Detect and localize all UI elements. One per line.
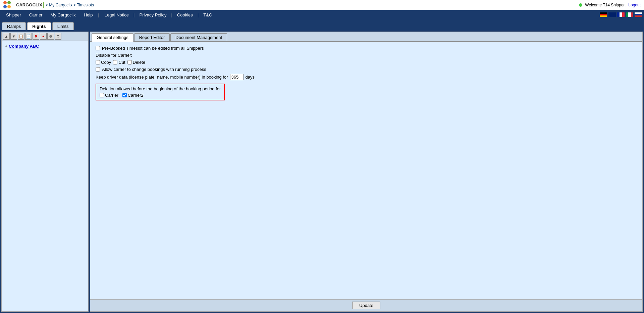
toolbar-paste[interactable]: 📄 [25, 33, 32, 40]
right-panel: General settings Report Editor Document … [90, 32, 643, 312]
nav-help[interactable]: Help [80, 11, 97, 19]
content-tabs: General settings Report Editor Document … [90, 32, 642, 42]
keep-driver-row: Keep driver data (license plate, name, m… [96, 74, 637, 80]
tree-area: + Company ABC [2, 41, 88, 311]
top-bar-left: CARGOCLIX > My Cargoclix > Timeslots [3, 1, 94, 9]
copy-cut-delete-row: Copy Cut Delete [96, 60, 637, 65]
logo-text: CARGOCLIX [15, 2, 44, 8]
delete-checkbox[interactable] [127, 60, 132, 64]
carrier-checkbox[interactable] [100, 93, 104, 97]
nav-cookies[interactable]: Cookies [173, 11, 197, 19]
delete-label: Delete [133, 60, 146, 65]
nav-mycargoclix[interactable]: My Cargoclix [47, 11, 80, 19]
deletion-title: Deletion allowed before the beginning of… [100, 86, 221, 91]
logout-link[interactable]: Logout [628, 3, 641, 7]
nav-div1: | [98, 12, 99, 17]
welcome-text: Welcome T14 Shipper. [585, 3, 626, 7]
toolbar-copy[interactable]: 📋 [18, 33, 24, 40]
prebooked-checkbox[interactable] [96, 46, 100, 50]
top-bar: CARGOCLIX > My Cargoclix > Timeslots Wel… [0, 0, 644, 10]
allow-carrier-row: Allow carrier to change bookings with ru… [96, 67, 637, 72]
tab-general-settings[interactable]: General settings [92, 33, 133, 42]
footer: Update [90, 299, 642, 311]
tree-item-company[interactable]: + Company ABC [4, 43, 86, 49]
cut-checkbox[interactable] [113, 60, 117, 64]
status-indicator [579, 3, 582, 7]
flag-russian[interactable] [635, 12, 642, 17]
toolbar-move-down[interactable]: ▼ [10, 33, 17, 40]
nav-tandc[interactable]: T&C [199, 11, 216, 19]
toolbar: ▲ ▼ 📋 📄 ✖ ● ⚙ ⚙ [2, 32, 88, 41]
toolbar-move-up[interactable]: ▲ [3, 33, 10, 40]
cut-label-wrap: Cut [113, 60, 125, 65]
flag-italian[interactable] [626, 12, 633, 17]
nav-privacy[interactable]: Privacy Policy [135, 11, 170, 19]
main-content: ▲ ▼ 📋 📄 ✖ ● ⚙ ⚙ + Company ABC General se… [0, 30, 644, 313]
language-flags [600, 12, 642, 17]
copy-checkbox[interactable] [96, 60, 100, 64]
carrier2-checkbox[interactable] [122, 93, 127, 97]
deletion-box: Deletion allowed before the beginning of… [96, 84, 225, 100]
carrier2-label-wrap: Carrier2 [122, 93, 144, 98]
nav-div2: | [133, 12, 135, 17]
carrier2-label: Carrier2 [128, 93, 144, 98]
subtab-limits[interactable]: Limits [52, 22, 74, 30]
nav-bar: Shipper Carrier My Cargoclix Help | Lega… [0, 10, 644, 19]
logo-icon [3, 1, 13, 9]
disable-carrier-label: Disable for Carrier: [96, 53, 132, 58]
prebooked-row: Pre-Booked Timeslot can be edited from a… [96, 46, 637, 51]
breadcrumb: > My Cargoclix > Timeslots [46, 3, 94, 7]
toolbar-settings2[interactable]: ⚙ [55, 33, 61, 40]
flag-german[interactable] [600, 12, 607, 17]
keep-driver-label: Keep driver data (license plate, name, m… [96, 75, 228, 80]
toolbar-delete[interactable]: ✖ [33, 33, 39, 40]
delete-label-wrap: Delete [127, 60, 146, 65]
flag-english[interactable] [608, 12, 616, 17]
toolbar-flag[interactable]: ● [40, 33, 47, 40]
carrier-label: Carrier [105, 93, 118, 98]
nav-div3: | [171, 12, 172, 17]
tab-report-editor[interactable]: Report Editor [134, 33, 170, 41]
sub-tabs: Ramps Rights Limits [0, 19, 644, 30]
logo: CARGOCLIX [3, 1, 44, 9]
allow-carrier-checkbox[interactable] [96, 67, 100, 72]
carrier-label-wrap: Carrier [100, 93, 118, 98]
nav-carrier[interactable]: Carrier [25, 11, 47, 19]
toolbar-settings1[interactable]: ⚙ [47, 33, 54, 40]
tab-document-management[interactable]: Document Management [170, 33, 227, 41]
cut-label: Cut [118, 60, 125, 65]
subtab-ramps[interactable]: Ramps [2, 22, 26, 30]
update-button[interactable]: Update [352, 302, 380, 309]
settings-content: Pre-Booked Timeslot can be edited from a… [90, 42, 642, 299]
copy-label-wrap: Copy [96, 60, 111, 65]
nav-shipper[interactable]: Shipper [2, 11, 25, 19]
flag-french[interactable] [617, 12, 625, 17]
subtab-rights[interactable]: Rights [27, 22, 51, 30]
left-panel: ▲ ▼ 📋 📄 ✖ ● ⚙ ⚙ + Company ABC [1, 32, 89, 312]
disable-carrier-row: Disable for Carrier: [96, 53, 637, 58]
nav-legal[interactable]: Legal Notice [101, 11, 133, 19]
copy-label: Copy [101, 60, 111, 65]
nav-div4: | [198, 12, 199, 17]
top-bar-right: Welcome T14 Shipper. Logout [579, 3, 641, 7]
company-label[interactable]: Company ABC [9, 44, 39, 49]
allow-carrier-label: Allow carrier to change bookings with ru… [102, 67, 206, 72]
deletion-carriers: Carrier Carrier2 [100, 93, 221, 98]
expand-icon: + [5, 44, 7, 49]
days-label: days [246, 75, 255, 80]
prebooked-label: Pre-Booked Timeslot can be edited from a… [102, 46, 204, 51]
days-input[interactable]: 365 [230, 74, 244, 80]
